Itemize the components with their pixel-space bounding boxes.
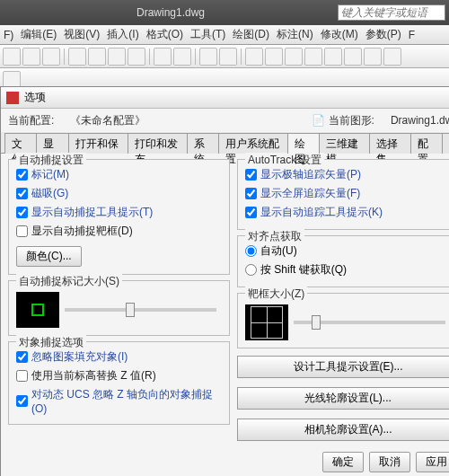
tool-misc-icon[interactable] bbox=[344, 48, 362, 66]
chk-polar-vector[interactable]: 显示极轴追踪矢量(P) bbox=[245, 165, 449, 184]
tool-misc-icon[interactable] bbox=[383, 48, 401, 66]
group-title: 对齐点获取 bbox=[245, 229, 304, 244]
menu-format[interactable]: 格式(O) bbox=[143, 27, 187, 42]
document-title: Drawing1.dwg bbox=[4, 6, 338, 19]
app-icon bbox=[6, 92, 19, 104]
group-title: 自动捕捉标记大小(S) bbox=[16, 274, 122, 289]
tab-overflow[interactable]: 耳 bbox=[442, 133, 449, 154]
tab-display[interactable]: 显示 bbox=[36, 133, 68, 154]
menu-file[interactable]: F) bbox=[0, 29, 17, 41]
camera-glyph-settings-button[interactable]: 相机轮廓设置(A)... bbox=[237, 419, 449, 441]
menu-draw[interactable]: 绘图(D) bbox=[229, 27, 273, 42]
tab-3d[interactable]: 三维建模 bbox=[319, 133, 370, 154]
options-dialog: 选项 当前配置: 《未命名配置》 📄 当前图形: Drawing1.dwg 文件… bbox=[0, 86, 449, 476]
titlebar: Drawing1.dwg bbox=[0, 0, 449, 25]
menu-overflow[interactable]: F bbox=[405, 29, 418, 41]
menu-edit[interactable]: 编辑(E) bbox=[17, 27, 60, 42]
menubar: F) 编辑(E) 视图(V) 插入(I) 格式(O) 工具(T) 绘图(D) 标… bbox=[0, 25, 449, 45]
chk-replace-z[interactable]: 使用当前标高替换 Z 值(R) bbox=[16, 366, 222, 385]
tool-print-icon[interactable] bbox=[68, 48, 86, 66]
chk-ignore-hatch[interactable]: 忽略图案填充对象(I) bbox=[16, 348, 222, 366]
dialog-titlebar: 选项 bbox=[1, 87, 449, 109]
tab-plot[interactable]: 打印和发布 bbox=[128, 133, 188, 154]
chk-magnet[interactable]: 磁吸(G) bbox=[16, 184, 222, 203]
osnap-options-group: 对象捕捉选项 忽略图案填充对象(I) 使用当前标高替换 Z 值(R) 对动态 U… bbox=[8, 341, 230, 425]
tool-misc-icon[interactable] bbox=[265, 48, 283, 66]
color-button[interactable]: 颜色(C)... bbox=[16, 246, 82, 267]
tool-copy-icon[interactable] bbox=[108, 48, 126, 66]
menu-modify[interactable]: 修改(M) bbox=[317, 27, 362, 42]
radio-auto[interactable]: 自动(U) bbox=[245, 242, 449, 260]
group-title: 自动捕捉设置 bbox=[16, 153, 86, 168]
alignment-group: 对齐点获取 自动(U) 按 Shift 键获取(Q) bbox=[237, 235, 449, 287]
toolbar-1 bbox=[0, 45, 449, 68]
menu-tools[interactable]: 工具(T) bbox=[187, 27, 229, 42]
tab-opensave[interactable]: 打开和保存 bbox=[68, 133, 128, 154]
tool-redo-icon[interactable] bbox=[173, 48, 191, 66]
tab-strip: 文件 显示 打开和保存 打印和发布 系统 用户系统配置 绘图 三维建模 选择集 … bbox=[1, 132, 449, 154]
cancel-button[interactable]: 取消 bbox=[369, 452, 410, 472]
tab-drafting[interactable]: 绘图 bbox=[287, 133, 320, 154]
target-preview bbox=[245, 304, 288, 340]
tool-open-icon[interactable] bbox=[22, 48, 40, 66]
autotrack-group: AutoTrack 设置 显示极轴追踪矢量(P) 显示全屏追踪矢量(F) 显示自… bbox=[237, 159, 449, 230]
marker-preview bbox=[16, 292, 59, 328]
tool-pan-icon[interactable] bbox=[199, 48, 217, 66]
tool-undo-icon[interactable] bbox=[154, 48, 172, 66]
separator bbox=[195, 48, 196, 65]
apply-button[interactable]: 应用 bbox=[416, 452, 449, 472]
tool-misc-icon[interactable] bbox=[364, 48, 382, 66]
drawing-value: Drawing1.dwg bbox=[391, 114, 449, 127]
tool-misc-icon[interactable] bbox=[304, 48, 322, 66]
dialog-title: 选项 bbox=[24, 90, 46, 105]
marker-size-slider[interactable] bbox=[65, 308, 216, 312]
light-glyph-settings-button[interactable]: 光线轮廓设置(L)... bbox=[237, 387, 449, 410]
tab-user[interactable]: 用户系统配置 bbox=[218, 133, 287, 154]
design-tooltip-settings-button[interactable]: 设计工具提示设置(E)... bbox=[237, 356, 449, 378]
ok-button[interactable]: 确定 bbox=[322, 452, 364, 472]
tab-profiles[interactable]: 配置 bbox=[410, 133, 443, 154]
chk-ignore-neg-z[interactable]: 对动态 UCS 忽略 Z 轴负向的对象捕捉(O) bbox=[16, 385, 222, 417]
menu-parameters[interactable]: 参数(P) bbox=[362, 27, 405, 42]
group-title: 靶框大小(Z) bbox=[245, 286, 307, 302]
group-title: 对象捕捉选项 bbox=[16, 335, 86, 350]
chk-fullscreen-vector[interactable]: 显示全屏追踪矢量(F) bbox=[245, 184, 449, 203]
separator bbox=[64, 48, 65, 65]
profile-value: 《未命名配置》 bbox=[70, 113, 145, 128]
separator bbox=[149, 48, 150, 65]
radio-shift[interactable]: 按 Shift 键获取(Q) bbox=[245, 260, 449, 279]
target-size-slider[interactable] bbox=[294, 321, 445, 324]
menu-dimension[interactable]: 标注(N) bbox=[273, 27, 317, 42]
drawing-label: 当前图形: bbox=[329, 113, 374, 128]
tool-misc-icon[interactable] bbox=[285, 48, 303, 66]
menu-view[interactable]: 视图(V) bbox=[60, 27, 103, 42]
tool-cut-icon[interactable] bbox=[88, 48, 106, 66]
menu-insert[interactable]: 插入(I) bbox=[103, 27, 142, 42]
tool-new-icon[interactable] bbox=[3, 48, 21, 66]
tool-misc-icon[interactable] bbox=[245, 48, 263, 66]
marker-size-group: 自动捕捉标记大小(S) bbox=[8, 280, 230, 336]
tool-misc-icon[interactable] bbox=[324, 48, 342, 66]
search-input[interactable] bbox=[338, 4, 445, 21]
config-row: 当前配置: 《未命名配置》 📄 当前图形: Drawing1.dwg bbox=[1, 109, 449, 132]
tab-system[interactable]: 系统 bbox=[187, 133, 219, 154]
profile-label: 当前配置: bbox=[8, 113, 54, 128]
separator bbox=[241, 48, 242, 65]
tool-zoom-icon[interactable] bbox=[219, 48, 237, 66]
chk-marker[interactable]: 标记(M) bbox=[16, 165, 222, 184]
tab-file[interactable]: 文件 bbox=[4, 133, 37, 154]
tool-save-icon[interactable] bbox=[42, 48, 60, 66]
chk-aperture[interactable]: 显示自动捕捉靶框(D) bbox=[16, 222, 222, 241]
target-size-group: 靶框大小(Z) bbox=[237, 293, 449, 348]
group-title: AutoTrack 设置 bbox=[245, 153, 324, 168]
tab-selection[interactable]: 选择集 bbox=[369, 133, 411, 154]
tool-paste-icon[interactable] bbox=[128, 48, 145, 66]
chk-tooltip[interactable]: 显示自动捕捉工具提示(T) bbox=[16, 203, 222, 222]
autosnap-group: 自动捕捉设置 标记(M) 磁吸(G) 显示自动捕捉工具提示(T) 显示自动捕捉靶… bbox=[8, 159, 230, 275]
chk-autotrack-tooltip[interactable]: 显示自动追踪工具提示(K) bbox=[245, 203, 449, 222]
dialog-footer: 确定 取消 应用 bbox=[1, 446, 449, 476]
